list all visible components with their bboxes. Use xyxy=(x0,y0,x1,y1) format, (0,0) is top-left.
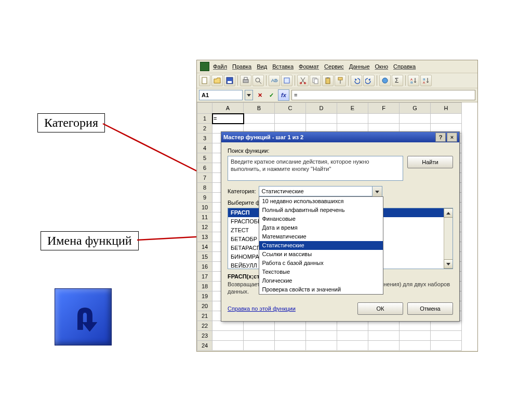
cell[interactable] xyxy=(275,114,306,124)
cancel-button[interactable]: Отмена xyxy=(407,302,453,315)
cell[interactable] xyxy=(400,331,431,341)
cell[interactable] xyxy=(368,331,400,341)
row-header[interactable]: 11 xyxy=(197,212,212,222)
cell[interactable] xyxy=(244,341,275,351)
category-option[interactable]: Статистические xyxy=(259,241,383,250)
menu-data[interactable]: Данные xyxy=(348,63,371,70)
cell[interactable] xyxy=(212,331,244,341)
col-header[interactable]: E xyxy=(337,103,368,114)
research-icon[interactable] xyxy=(281,75,292,86)
formula-input[interactable]: = xyxy=(291,90,475,100)
cell[interactable] xyxy=(337,114,368,124)
menu-format[interactable]: Формат xyxy=(297,63,321,70)
cell[interactable] xyxy=(400,114,431,124)
cell[interactable] xyxy=(244,331,275,341)
chevron-down-icon[interactable] xyxy=(372,186,382,197)
back-button[interactable] xyxy=(55,288,112,345)
category-option[interactable]: Математические xyxy=(259,232,383,241)
redo-icon[interactable] xyxy=(363,75,375,86)
cell[interactable] xyxy=(368,341,400,351)
cell[interactable]: = xyxy=(212,114,244,124)
col-header[interactable]: G xyxy=(400,103,431,114)
cell[interactable] xyxy=(212,321,244,331)
row-header[interactable]: 12 xyxy=(197,222,212,232)
hyperlink-icon[interactable] xyxy=(379,75,391,86)
row-header[interactable]: 20 xyxy=(197,301,212,311)
cell[interactable] xyxy=(368,321,400,331)
search-input[interactable]: Введите краткое описание действия, котор… xyxy=(228,156,403,181)
row-header[interactable]: 3 xyxy=(197,134,212,143)
category-option[interactable]: Проверка свойств и значений xyxy=(259,285,383,294)
col-header[interactable]: C xyxy=(275,103,306,114)
row-header[interactable]: 13 xyxy=(197,232,212,242)
cancel-formula-icon[interactable]: ✕ xyxy=(255,90,264,100)
col-header[interactable]: H xyxy=(431,103,462,114)
category-option[interactable]: Ссылки и массивы xyxy=(259,250,383,259)
row-header[interactable]: 22 xyxy=(197,321,212,331)
undo-icon[interactable] xyxy=(351,75,362,86)
row-header[interactable]: 2 xyxy=(197,124,212,134)
name-box-dropdown[interactable] xyxy=(245,90,253,100)
print-icon[interactable] xyxy=(240,75,251,86)
cell[interactable] xyxy=(400,321,431,331)
cell[interactable] xyxy=(431,341,462,351)
cell[interactable] xyxy=(275,321,306,331)
new-icon[interactable] xyxy=(199,75,210,86)
category-option[interactable]: Логические xyxy=(259,276,383,285)
name-box[interactable]: A1 xyxy=(199,90,243,100)
row-header[interactable]: 21 xyxy=(197,311,212,321)
row-header[interactable]: 5 xyxy=(197,153,212,163)
menu-file[interactable]: Файл xyxy=(211,63,229,70)
row-header[interactable]: 1 xyxy=(197,114,212,124)
cut-icon[interactable] xyxy=(297,75,309,86)
cell[interactable] xyxy=(337,331,368,341)
category-dropdown[interactable]: 10 недавно использовавшихсяПолный алфави… xyxy=(259,196,383,295)
category-combo[interactable]: Статистические 10 недавно использовавших… xyxy=(259,186,382,196)
category-option[interactable]: 10 недавно использовавшихся xyxy=(259,197,383,206)
cell[interactable] xyxy=(431,114,462,124)
scrollbar[interactable] xyxy=(444,208,453,269)
row-header[interactable]: 7 xyxy=(197,173,212,183)
cell[interactable] xyxy=(400,341,431,351)
save-icon[interactable] xyxy=(224,75,235,86)
menu-view[interactable]: Вид xyxy=(255,63,269,70)
cell[interactable] xyxy=(337,341,368,351)
help-link[interactable]: Справка по этой функции xyxy=(228,305,296,312)
sort-asc-icon[interactable]: АЯ xyxy=(408,75,419,86)
cell[interactable] xyxy=(275,341,306,351)
row-header[interactable]: 14 xyxy=(197,242,212,252)
category-option[interactable]: Полный алфавитный перечень xyxy=(259,206,383,215)
menu-tools[interactable]: Сервис xyxy=(323,63,345,70)
row-header[interactable]: 16 xyxy=(197,262,212,272)
menu-edit[interactable]: Правка xyxy=(231,63,253,70)
paste-icon[interactable] xyxy=(322,75,334,86)
autosum-icon[interactable]: Σ xyxy=(392,75,403,86)
cell[interactable] xyxy=(275,331,306,341)
col-header[interactable]: B xyxy=(244,103,275,114)
close-button[interactable]: × xyxy=(447,132,457,142)
col-header[interactable]: A xyxy=(212,103,244,114)
cell[interactable] xyxy=(306,341,337,351)
cell[interactable] xyxy=(306,114,337,124)
row-header[interactable]: 18 xyxy=(197,282,212,291)
cell[interactable] xyxy=(212,341,244,351)
cell[interactable] xyxy=(431,331,462,341)
spellcheck-icon[interactable]: ABC xyxy=(269,75,280,86)
preview-icon[interactable] xyxy=(252,75,264,86)
cell[interactable] xyxy=(244,114,275,124)
scroll-up-icon[interactable] xyxy=(444,208,453,218)
copy-icon[interactable] xyxy=(310,75,321,86)
format-painter-icon[interactable] xyxy=(335,75,346,86)
col-header[interactable]: D xyxy=(306,103,337,114)
cell[interactable] xyxy=(306,331,337,341)
category-option[interactable]: Текстовые xyxy=(259,268,383,276)
menu-insert[interactable]: Вставка xyxy=(271,63,295,70)
category-option[interactable]: Финансовые xyxy=(259,215,383,223)
row-header[interactable]: 24 xyxy=(197,341,212,351)
category-option[interactable]: Дата и время xyxy=(259,223,383,232)
cell[interactable] xyxy=(431,321,462,331)
cell[interactable] xyxy=(368,114,400,124)
ok-button[interactable]: ОК xyxy=(357,302,403,315)
help-button[interactable]: ? xyxy=(435,132,446,142)
insert-function-icon[interactable]: fx xyxy=(278,89,289,101)
